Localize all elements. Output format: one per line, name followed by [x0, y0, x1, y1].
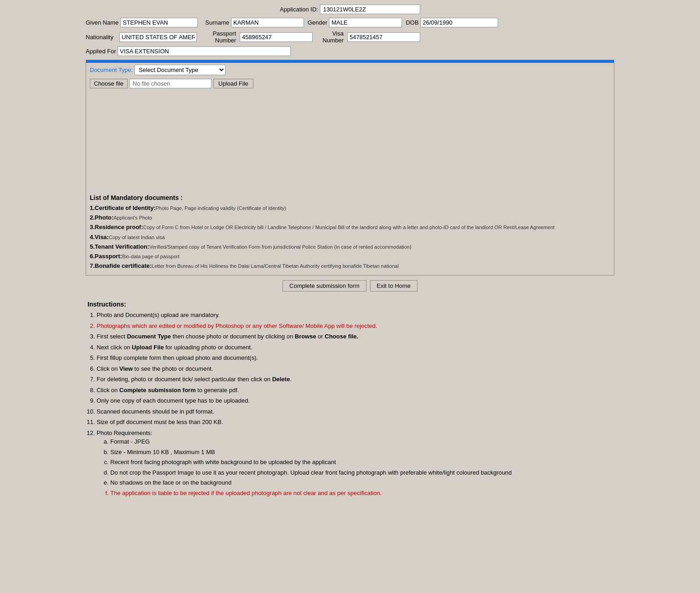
doc-item-5: 5.Tenant Verification:Verified/Stamped c… [90, 243, 610, 251]
nationality-input[interactable] [119, 32, 197, 42]
doc-type-label: Document Type: [90, 66, 133, 73]
doc-item-7: 7.Bonafide certificate:Letter from Burea… [90, 262, 610, 270]
doc-item-3: 3.Residence proof:Copy of Form C from Ho… [90, 223, 610, 231]
gender-label: Gender [308, 19, 327, 26]
instruction-item-1: Photo and Document(s) upload are mandato… [97, 311, 612, 320]
visa-input[interactable] [347, 32, 420, 42]
dob-input[interactable] [421, 18, 498, 27]
doc-item-2: 2.Photo:Applicant's Photo [90, 214, 610, 222]
photo-req-e: No shadows on the face or on the backgro… [110, 478, 612, 487]
surname-input[interactable] [231, 18, 304, 27]
choose-file-button[interactable]: Choose file [90, 79, 128, 88]
surname-label: Surname [205, 19, 229, 26]
passport-label: Passport Number [204, 30, 236, 44]
mandatory-docs-section: List of Mandatory documents : 1.Certific… [86, 190, 614, 275]
given-name-input[interactable] [120, 18, 198, 27]
doc-item-4: 4.Visa:Copy of latest Indian visa [90, 233, 610, 241]
instruction-item-10: Scanned documents should be in pdf forma… [97, 407, 612, 416]
applied-for-input[interactable] [118, 46, 291, 56]
dob-label: DOB [406, 19, 418, 26]
photo-requirements-list: Format - JPEG Size - Minimum 10 KB , Max… [97, 437, 612, 497]
exit-home-button[interactable]: Exit to Home [370, 280, 417, 291]
upload-file-button[interactable]: Upload File [213, 79, 253, 88]
photo-req-a: Format - JPEG [110, 437, 612, 446]
given-name-label: Given Name [86, 19, 118, 26]
instruction-item-7: For deleting, photo or document tick/ se… [97, 375, 612, 384]
photo-req-c: Recent front facing photograph with whit… [110, 458, 612, 467]
instruction-item-4: Next click on Upload File for uploading … [97, 343, 612, 352]
passport-input[interactable] [240, 32, 313, 42]
instruction-item-5: First fillup complete form then upload p… [97, 353, 612, 363]
doc-type-select[interactable]: Select Document Type Certificate of Iden… [134, 65, 226, 75]
instruction-item-3: First select Document Type then choose p… [97, 332, 612, 341]
photo-req-f: The application is liable to be rejected… [110, 489, 612, 498]
mandatory-docs-title: List of Mandatory documents : [90, 194, 610, 201]
photo-req-d: Do not crop the Passport Image to use it… [110, 468, 612, 477]
doc-item-6: 6.Passport:Bio-data page of passport [90, 252, 610, 261]
upload-area [86, 90, 614, 190]
applied-for-label: Applied For [86, 48, 118, 55]
file-name-display: No file chosen [129, 79, 211, 88]
instruction-item-2: Photographs which are edited or modified… [97, 322, 612, 331]
instruction-item-12: Photo Requirements: Format - JPEG Size -… [97, 429, 612, 498]
doc-item-1: 1.Certificate of Identity:Photo Page, Pa… [90, 204, 610, 212]
instruction-item-11: Size of pdf document must be less than 2… [97, 418, 612, 427]
action-buttons-row: Complete submission form Exit to Home [86, 276, 614, 296]
app-id-label: Application ID: [280, 6, 318, 13]
instruction-item-6: Click on View to see the photo or docume… [97, 364, 612, 373]
app-id-input[interactable] [320, 5, 420, 14]
gender-input[interactable] [329, 18, 402, 27]
instructions-section: Instructions: Photo and Document(s) uplo… [86, 296, 614, 504]
instructions-list: Photo and Document(s) upload are mandato… [88, 311, 612, 497]
photo-req-b: Size - Minimum 10 KB , Maximum 1 MB [110, 448, 612, 457]
instruction-item-9: Only one copy of each document type has … [97, 396, 612, 405]
instruction-item-8: Click on Complete submission form to gen… [97, 386, 612, 395]
visa-label: Visa Number [316, 30, 344, 44]
complete-submission-button[interactable]: Complete submission form [283, 280, 366, 291]
instructions-title: Instructions: [88, 301, 612, 308]
nationality-label: Nationality [86, 34, 118, 41]
